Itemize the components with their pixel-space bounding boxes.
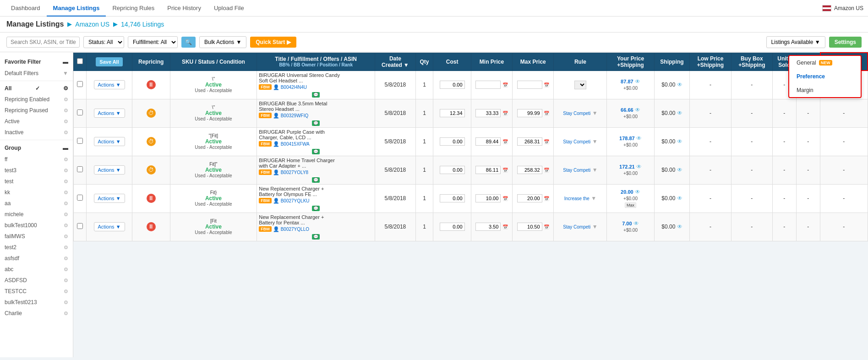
sidebar-group-test3[interactable]: test3⚙ — [0, 165, 73, 176]
breadcrumb-region[interactable]: Amazon US — [75, 21, 109, 28]
max-price-calendar-icon[interactable]: 📅 — [544, 111, 549, 116]
group-bulktest1000-gear[interactable]: ⚙ — [64, 223, 68, 229]
max-price-input[interactable] — [517, 194, 542, 202]
min-price-calendar-icon[interactable]: 📅 — [502, 82, 508, 87]
sidebar-group-aa[interactable]: aa⚙ — [0, 198, 73, 209]
min-price-input[interactable] — [475, 223, 501, 231]
sidebar-group-failmws[interactable]: failMWS⚙ — [0, 231, 73, 242]
max-price-calendar-icon[interactable]: 📅 — [544, 82, 549, 87]
sidebar-group-asdfsd[interactable]: ASDFSD⚙ — [0, 275, 73, 286]
actions-button[interactable]: Actions ▼ — [94, 137, 125, 146]
eye-icon[interactable]: 👁 — [636, 164, 642, 170]
shipping-eye-icon[interactable]: 👁 — [677, 167, 682, 173]
actions-button[interactable]: Actions ▼ — [94, 165, 125, 175]
row-checkbox[interactable] — [77, 195, 83, 201]
nav-tab-manage-listings[interactable]: Manage Listings — [47, 0, 106, 16]
group-asfsdf-gear[interactable]: ⚙ — [64, 256, 68, 262]
nav-tab-dashboard[interactable]: Dashboard — [5, 0, 47, 16]
actions-button[interactable]: Actions ▼ — [94, 222, 125, 231]
max-price-input[interactable] — [517, 137, 542, 146]
repricing-enabled-gear[interactable]: ⚙ — [64, 97, 68, 103]
asin-link[interactable]: B0042I4N4U — [281, 85, 307, 90]
th-sku[interactable]: SKU / Status / Condition — [170, 53, 257, 71]
group-kk-gear[interactable]: ⚙ — [64, 190, 68, 196]
sidebar-group-bulktest1000[interactable]: bulkTest1000⚙ — [0, 220, 73, 231]
min-price-input[interactable] — [475, 109, 501, 117]
row-checkbox[interactable] — [77, 166, 83, 172]
rule-dropdown-arrow[interactable]: ▼ — [591, 195, 596, 202]
group-aa-gear[interactable]: ⚙ — [64, 201, 68, 207]
group-test2-gear[interactable]: ⚙ — [64, 245, 68, 251]
eye-icon[interactable]: 👁 — [635, 78, 640, 85]
actions-button[interactable]: Actions ▼ — [94, 109, 125, 118]
sidebar-inactive[interactable]: Inactive ⚙ — [0, 127, 73, 138]
group-asdfsd-gear[interactable]: ⚙ — [64, 278, 68, 284]
min-price-calendar-icon[interactable]: 📅 — [502, 111, 508, 116]
settings-general-item[interactable]: General NEW — [789, 56, 861, 70]
cost-input[interactable] — [440, 166, 465, 174]
settings-button[interactable]: Settings — [829, 37, 862, 48]
sidebar-group-testcc[interactable]: TESTCC⚙ — [0, 286, 73, 297]
shipping-eye-icon[interactable]: 👁 — [677, 195, 682, 202]
rule-dropdown-arrow[interactable]: ▼ — [592, 110, 598, 116]
min-price-input[interactable] — [475, 194, 501, 202]
group-test-gear[interactable]: ⚙ — [64, 179, 68, 185]
save-all-button[interactable]: Save All — [96, 57, 122, 66]
min-price-calendar-icon[interactable]: 📅 — [502, 139, 508, 144]
chat-icon[interactable]: 💬 — [312, 206, 320, 211]
actions-button[interactable]: Actions ▼ — [94, 80, 125, 89]
row-checkbox[interactable] — [77, 109, 83, 115]
min-price-input[interactable] — [475, 81, 501, 89]
max-price-calendar-icon[interactable]: 📅 — [544, 168, 549, 173]
settings-preference-item[interactable]: Preference — [789, 70, 861, 83]
cost-input[interactable] — [440, 109, 465, 117]
asin-link[interactable]: B0027YQLKU — [281, 198, 310, 203]
actions-button[interactable]: Actions ▼ — [94, 194, 125, 203]
rule-select[interactable] — [574, 81, 586, 89]
asin-link[interactable]: B0027YQLLO — [281, 227, 309, 232]
asin-link[interactable]: B00329WFIQ — [281, 113, 309, 118]
sidebar-default-filters[interactable]: Default Filters ▼ — [0, 68, 73, 79]
sidebar-active[interactable]: Active ⚙ — [0, 116, 73, 127]
nav-tab-repricing-rules[interactable]: Repricing Rules — [106, 0, 161, 16]
min-price-calendar-icon[interactable]: 📅 — [502, 224, 508, 229]
max-price-input[interactable] — [517, 109, 542, 117]
group-test3-gear[interactable]: ⚙ — [64, 168, 68, 174]
nav-tab-price-history[interactable]: Price History — [161, 0, 207, 16]
max-price-calendar-icon[interactable]: 📅 — [544, 224, 549, 229]
asin-link[interactable]: B00415XFWA — [281, 142, 310, 147]
eye-icon[interactable]: 👁 — [635, 107, 640, 113]
eye-icon[interactable]: 👁 — [636, 135, 642, 142]
chat-icon[interactable]: 💬 — [312, 120, 320, 126]
shipping-eye-icon[interactable]: 👁 — [677, 82, 682, 88]
shipping-eye-icon[interactable]: 👁 — [677, 138, 682, 145]
settings-margin-item[interactable]: Margin — [789, 83, 861, 97]
repricing-paused-gear[interactable]: ⚙ — [64, 108, 68, 114]
max-price-input[interactable] — [517, 223, 542, 231]
row-checkbox[interactable] — [77, 138, 83, 144]
sidebar-group-michele[interactable]: michele⚙ — [0, 209, 73, 220]
asin-link[interactable]: B0027YOLY8 — [281, 170, 308, 175]
search-input[interactable] — [6, 37, 80, 48]
group-abc-gear[interactable]: ⚙ — [64, 267, 68, 273]
max-price-input[interactable] — [517, 81, 542, 89]
chat-icon[interactable]: 💬 — [312, 149, 320, 154]
chat-icon[interactable]: 💬 — [312, 92, 320, 98]
sidebar-repricing-paused[interactable]: Repricing Paused ⚙ — [0, 105, 73, 116]
group-ff-gear[interactable]: ⚙ — [64, 157, 68, 163]
min-price-input[interactable] — [475, 166, 501, 174]
chat-icon[interactable]: 💬 — [312, 234, 320, 240]
fulfillment-select[interactable]: Fulfillment: All — [128, 36, 178, 48]
rule-dropdown-arrow[interactable]: ▼ — [592, 138, 598, 145]
cost-input[interactable] — [440, 194, 465, 202]
search-button[interactable]: 🔍 — [181, 37, 196, 48]
cost-input[interactable] — [440, 223, 465, 231]
th-date[interactable]: DateCreated ▼ — [375, 53, 416, 71]
row-checkbox[interactable] — [77, 223, 83, 229]
sidebar-group-abc[interactable]: abc⚙ — [0, 264, 73, 275]
active-gear[interactable]: ⚙ — [64, 119, 68, 125]
sidebar-group-charlie[interactable]: Charlie⚙ — [0, 308, 73, 319]
group-testcc-gear[interactable]: ⚙ — [64, 289, 68, 295]
max-price-calendar-icon[interactable]: 📅 — [544, 139, 549, 144]
all-gear-icon[interactable]: ⚙ — [63, 85, 68, 92]
